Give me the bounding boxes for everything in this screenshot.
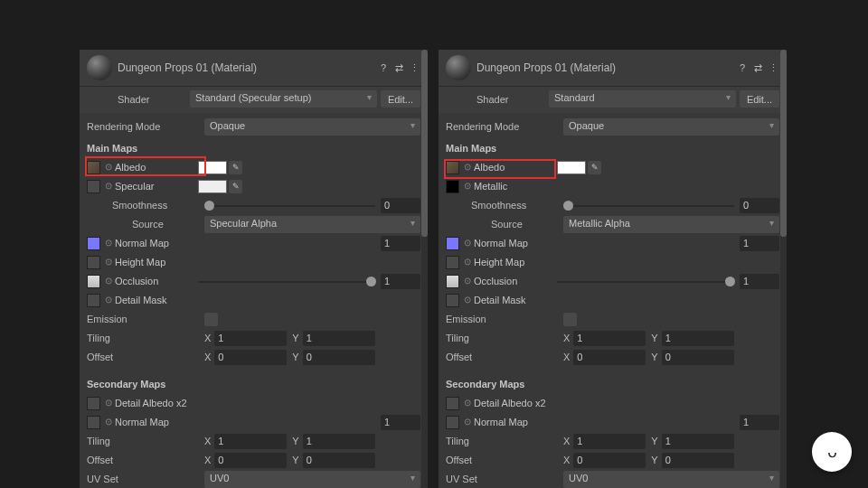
emission-checkbox[interactable]: [563, 313, 577, 326]
eyedropper-icon[interactable]: ✎: [229, 180, 242, 193]
inspector-panel-left: Dungeon Props 01 (Material) ? ⇄ ⋮ Shader…: [80, 50, 428, 488]
help-bubble-icon[interactable]: ᴗ: [812, 432, 852, 472]
normalmap2-picker-icon[interactable]: ⊙: [463, 418, 472, 427]
offset2-x-field[interactable]: [573, 453, 646, 468]
normalmap2-texture-slot[interactable]: [446, 416, 459, 429]
help-icon[interactable]: ?: [740, 62, 750, 73]
occlusion-picker-icon[interactable]: ⊙: [104, 277, 113, 286]
metallic-picker-icon[interactable]: ⊙: [463, 182, 472, 191]
source-dropdown[interactable]: Metallic Alpha: [563, 216, 779, 233]
tiling2-y-field[interactable]: [662, 434, 734, 449]
eyedropper-icon[interactable]: ✎: [229, 161, 242, 174]
detailmask-texture-slot[interactable]: [446, 294, 459, 307]
offset2-x-field[interactable]: [214, 453, 287, 468]
detailmask-texture-slot[interactable]: [87, 294, 100, 307]
tiling2-label: Tiling: [87, 436, 204, 446]
tiling-y-field[interactable]: [303, 331, 375, 346]
normalmap-texture-slot[interactable]: [446, 237, 459, 250]
menu-icon[interactable]: ⋮: [410, 62, 420, 73]
albedo-picker-icon[interactable]: ⊙: [104, 163, 113, 172]
tiling2-y-field[interactable]: [303, 434, 375, 449]
heightmap-texture-slot[interactable]: [446, 256, 459, 269]
normalmap2-field[interactable]: [381, 415, 420, 430]
shader-dropdown[interactable]: Standard: [549, 90, 736, 108]
normalmap2-picker-icon[interactable]: ⊙: [104, 418, 113, 427]
specular-picker-icon[interactable]: ⊙: [104, 182, 113, 191]
heightmap-texture-slot[interactable]: [87, 256, 100, 269]
albedo-color[interactable]: [557, 161, 586, 174]
offset-x-field[interactable]: [573, 350, 646, 365]
detail-albedo-texture-slot[interactable]: [87, 397, 100, 410]
smoothness-slider[interactable]: [563, 199, 734, 212]
edit-button[interactable]: Edit...: [381, 90, 420, 108]
tiling-x-field[interactable]: [573, 331, 646, 346]
offset-x-field[interactable]: [214, 350, 287, 365]
smoothness-field[interactable]: [740, 198, 779, 213]
tiling-y-field[interactable]: [662, 331, 734, 346]
offset2-y-field[interactable]: [662, 453, 734, 468]
albedo-texture-slot[interactable]: [446, 161, 459, 174]
specular-color[interactable]: [198, 180, 227, 193]
tiling2-x-field[interactable]: [214, 434, 287, 449]
rendering-mode-dropdown[interactable]: Opaque: [204, 118, 420, 136]
preset-icon[interactable]: ⇄: [395, 62, 406, 73]
rendering-mode-dropdown[interactable]: Opaque: [563, 118, 779, 136]
detail-albedo-picker-icon[interactable]: ⊙: [104, 399, 113, 408]
occlusion-label: Occlusion: [115, 276, 198, 286]
x-label: X: [204, 333, 211, 343]
occlusion-texture-slot[interactable]: [446, 275, 459, 288]
detailmask-label: Detail Mask: [474, 295, 525, 305]
albedo-texture-slot[interactable]: [87, 161, 100, 174]
detail-albedo-texture-slot[interactable]: [446, 397, 459, 410]
material-header: Dungeon Props 01 (Material) ? ⇄ ⋮: [439, 50, 787, 87]
uvset-dropdown[interactable]: UV0: [563, 471, 779, 488]
occlusion-picker-icon[interactable]: ⊙: [463, 277, 472, 286]
smoothness-slider[interactable]: [204, 199, 375, 212]
scrollbar-thumb[interactable]: [780, 50, 787, 237]
heightmap-picker-icon[interactable]: ⊙: [463, 258, 472, 267]
offset-y-field[interactable]: [303, 350, 375, 365]
detail-albedo-picker-icon[interactable]: ⊙: [463, 399, 472, 408]
normalmap-picker-icon[interactable]: ⊙: [104, 239, 113, 248]
scrollbar[interactable]: [421, 50, 428, 488]
albedo-picker-icon[interactable]: ⊙: [463, 163, 472, 172]
scrollbar-thumb[interactable]: [421, 50, 428, 237]
scrollbar[interactable]: [780, 50, 787, 488]
tiling-x-field[interactable]: [214, 331, 287, 346]
occlusion-field[interactable]: [381, 274, 420, 289]
occlusion-label: Occlusion: [474, 276, 557, 286]
smoothness-field[interactable]: [381, 198, 420, 213]
occlusion-field[interactable]: [740, 274, 779, 289]
eyedropper-icon[interactable]: ✎: [588, 161, 601, 174]
normalmap-texture-slot[interactable]: [87, 237, 100, 250]
occlusion-slider[interactable]: [198, 275, 375, 288]
shader-dropdown[interactable]: Standard (Specular setup): [190, 90, 377, 108]
detailmask-picker-icon[interactable]: ⊙: [104, 296, 113, 305]
offset2-label: Offset: [446, 455, 563, 465]
heightmap-picker-icon[interactable]: ⊙: [104, 258, 113, 267]
occlusion-texture-slot[interactable]: [87, 275, 100, 288]
edit-button[interactable]: Edit...: [740, 90, 779, 108]
normalmap2-field[interactable]: [740, 415, 779, 430]
help-icon[interactable]: ?: [381, 62, 392, 73]
specular-texture-slot[interactable]: [87, 180, 100, 193]
specular-label: Specular: [115, 181, 198, 192]
detailmask-picker-icon[interactable]: ⊙: [463, 296, 472, 305]
preset-icon[interactable]: ⇄: [754, 62, 765, 73]
tiling2-x-field[interactable]: [573, 434, 646, 449]
menu-icon[interactable]: ⋮: [769, 62, 779, 73]
normalmap-picker-icon[interactable]: ⊙: [463, 239, 472, 248]
normalmap-field[interactable]: [381, 236, 420, 251]
normalmap-field[interactable]: [740, 236, 779, 251]
rendering-mode-label: Rendering Mode: [87, 121, 204, 132]
emission-checkbox[interactable]: [204, 313, 218, 326]
offset-y-field[interactable]: [662, 350, 734, 365]
uvset-dropdown[interactable]: UV0: [204, 471, 420, 488]
material-body: Rendering ModeOpaque Main Maps ⊙Albedo✎ …: [439, 113, 787, 488]
offset2-y-field[interactable]: [303, 453, 375, 468]
source-dropdown[interactable]: Specular Alpha: [204, 216, 420, 233]
metallic-texture-slot[interactable]: [446, 180, 459, 193]
occlusion-slider[interactable]: [557, 275, 734, 288]
normalmap2-texture-slot[interactable]: [87, 416, 100, 429]
albedo-color[interactable]: [198, 161, 227, 174]
